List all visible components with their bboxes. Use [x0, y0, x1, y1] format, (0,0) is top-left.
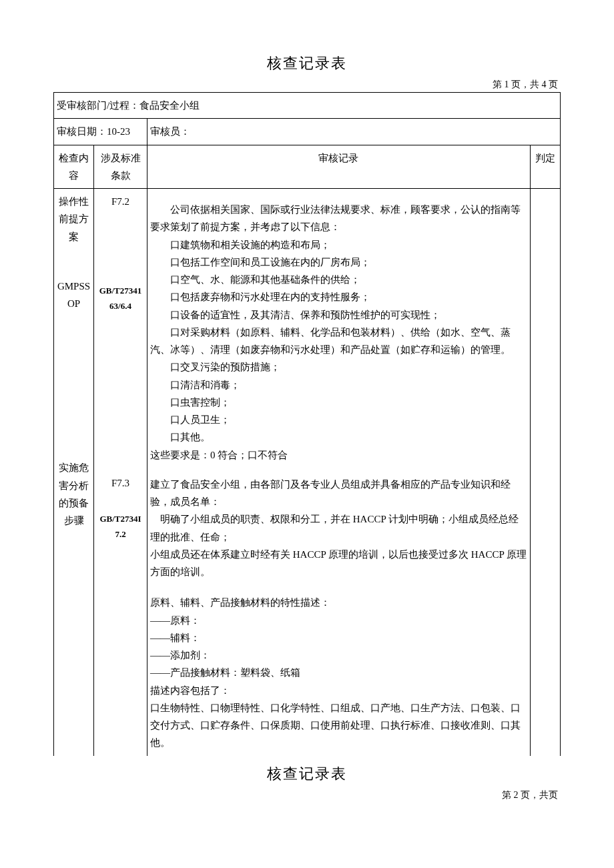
- page-1: 核查记录表 第 1 页，共 4 页 受审核部门/过程：食品安全小组 审核日期：1…: [0, 0, 614, 828]
- row2-check-line2: 害分析: [57, 477, 91, 494]
- row2-std-line3: 7.2: [97, 527, 144, 542]
- dept-label: 受审核部门/过程：: [57, 100, 139, 111]
- row2-rec-p1: 建立了食品安全小组，由各部门及各专业人员组成并具备相应的产品专业知识和经验，成员…: [150, 476, 527, 511]
- row1-rec-b3: 口空气、水、能源和其他基础条件的供给；: [150, 271, 527, 288]
- dept-cell: 受审核部门/过程：食品安全小组: [54, 93, 561, 119]
- col-check-header: 检查内容: [54, 145, 94, 189]
- audit-table: 受审核部门/过程：食品安全小组 审核日期：10-23 审核员： 检查内容 涉及标…: [53, 92, 561, 756]
- row2-std-line1: F7.3: [97, 474, 144, 492]
- row2-rec-p3: 小组成员还在体系建立时经有关 HACCP 原理的培训，以后也接受过多次 HACC…: [150, 546, 527, 581]
- column-header-row: 检查内容 涉及标准条款 审核记录 判定: [54, 145, 561, 189]
- auditor-cell: 审核员：: [147, 119, 561, 145]
- document-title: 核查记录表: [53, 53, 561, 73]
- row1-check: 操作性 前提方 案 GMPSS OP 实施危 害分析 的预备 步骤: [54, 189, 94, 756]
- row2-std-line2: GB/T2734I: [97, 512, 144, 527]
- row1-rec-b7: 口交叉污染的预防措施；: [150, 358, 527, 376]
- row1-std-line3: 63/6.4: [97, 299, 144, 314]
- row1-rec-b2: 口包括工作空间和员工设施在内的厂房布局；: [150, 254, 527, 271]
- row2-rec-p4: 原料、辅料、产品接触材料的特性描述：: [150, 594, 527, 611]
- col-judge-header: 判定: [530, 145, 560, 189]
- row2-rec-p2: 明确了小组成员的职责、权限和分工，并在 HACCP 计划中明确；小组成员经总经理…: [150, 510, 527, 546]
- row2-rec-l1: ——原料：: [150, 612, 527, 629]
- date-label: 审核日期：: [57, 126, 107, 137]
- row2-rec-p5: 描述内容包括了：: [150, 682, 527, 699]
- row1-check-line1: 操作性: [57, 193, 91, 210]
- row1-rec-p2: 这些要求是：0 符合；口不符合: [150, 446, 527, 464]
- row1-rec-b10: 口人员卫生；: [150, 411, 527, 428]
- row1-rec-b4: 口包括废弃物和污水处理在内的支持性服务；: [150, 288, 527, 306]
- row1-record: 公司依据相关国家、国际或行业法律法规要求、标准，顾客要求，公认的指南等要求策划了…: [147, 189, 531, 756]
- dept-value: 食品安全小组: [139, 100, 200, 111]
- row1-judge: [530, 189, 560, 756]
- page-2-header-section: 核查记录表 第 2 页，共页: [53, 764, 561, 801]
- page-indicator-2: 第 2 页，共页: [53, 789, 561, 801]
- row1-check-line2: 前提方: [57, 210, 91, 228]
- row2-rec-l2: ——辅料：: [150, 629, 527, 646]
- row1-rec-b5: 口设备的适宜性，及其清洁、保养和预防性维护的可实现性；: [150, 306, 527, 324]
- date-cell: 审核日期：10-23: [54, 119, 147, 145]
- dept-row: 受审核部门/过程：食品安全小组: [54, 93, 561, 119]
- row1-std: F7.2 GB/T27341 63/6.4 F7.3 GB/T2734I 7.2: [94, 189, 147, 756]
- row1-rec-b8: 口清洁和消毒；: [150, 376, 527, 394]
- row1-check-line5: OP: [57, 295, 91, 312]
- row2-rec-l4: ——产品接触材料：塑料袋、纸箱: [150, 664, 527, 681]
- date-auditor-row: 审核日期：10-23 审核员：: [54, 119, 561, 145]
- row1-rec-b9: 口虫害控制；: [150, 394, 527, 411]
- row1-check-line4: GMPSS: [57, 278, 91, 295]
- row1-rec-p1: 公司依据相关国家、国际或行业法律法规要求、标准，顾客要求，公认的指南等要求策划了…: [150, 201, 527, 236]
- row2-rec-l3: ——添加剂：: [150, 646, 527, 664]
- row2-check-line4: 步骤: [57, 512, 91, 529]
- row2-check-line1: 实施危: [57, 459, 91, 476]
- row1-rec-b6: 口对采购材料（如原料、辅料、化学品和包装材料）、供给（如水、空气、蒸汽、冰等）、…: [150, 324, 527, 359]
- page-indicator-1: 第 1 页，共 4 页: [53, 79, 561, 91]
- row1-std-line1: F7.2: [97, 193, 144, 210]
- document-title-2: 核查记录表: [53, 764, 561, 784]
- auditor-label: 审核员：: [150, 126, 190, 137]
- row2-rec-p6: 口生物特性、口物理特性、口化学特性、口组成、口产地、口生产方法、口包装、口交付方…: [150, 699, 527, 752]
- row1-rec-b1: 口建筑物和相关设施的构造和布局；: [150, 236, 527, 254]
- row1-rec-b11: 口其他。: [150, 428, 527, 446]
- date-value: 10-23: [107, 126, 130, 137]
- row2-check-line3: 的预备: [57, 494, 91, 512]
- row1-std-line2: GB/T27341: [97, 284, 144, 299]
- col-standard-header: 涉及标准条款: [94, 145, 147, 189]
- row1-check-line3: 案: [57, 228, 91, 246]
- col-record-header: 审核记录: [147, 145, 531, 189]
